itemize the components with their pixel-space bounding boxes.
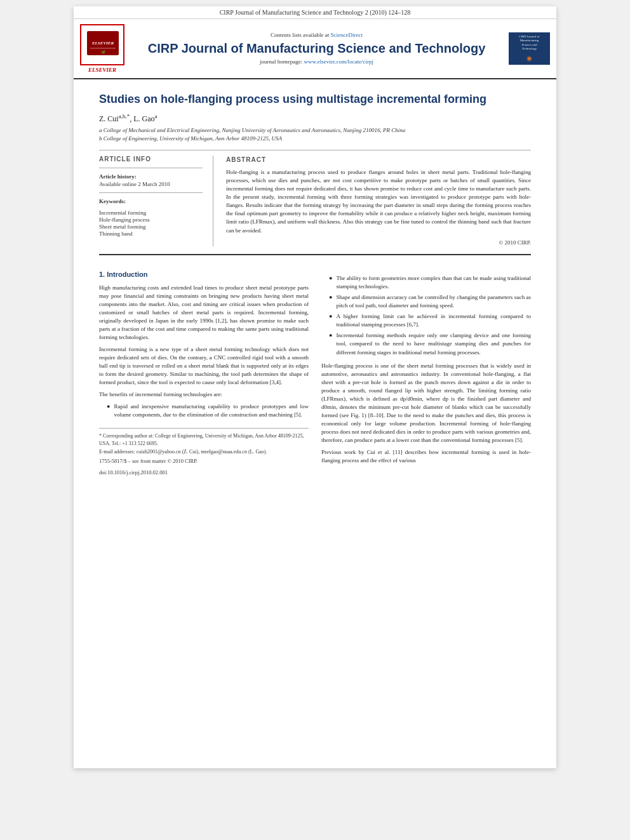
- intro-para-2: Incremental forming is a new type of a s…: [99, 345, 309, 387]
- bullet-item-5: ● Incremental forming methods require on…: [329, 331, 531, 356]
- bullet-text-3: Shape and dimension accuracy can be cont…: [336, 293, 531, 310]
- intro-para-1: High manufacturing costs and extended le…: [99, 284, 309, 342]
- right-para-2: Previous work by Cui et al. [11] describ…: [321, 448, 531, 465]
- bullet-text-4: A higher forming limit can be achieved i…: [336, 312, 531, 329]
- article-title: Studies on hole-flanging process using m…: [99, 92, 531, 107]
- affiliations: a College of Mechanical and Electrical E…: [99, 126, 531, 142]
- bullet-item-1: ● Rapid and inexpensive manufacturing ca…: [107, 403, 309, 419]
- bullet-dot-5: ●: [329, 331, 332, 356]
- divider-keywords: [99, 192, 203, 193]
- article-info-block: ARTICLE INFO Article history: Available …: [99, 156, 213, 246]
- elsevier-brand-text: ELSEVIER: [80, 67, 124, 73]
- journal-citation: CIRP Journal of Manufacturing Science an…: [220, 9, 411, 16]
- abstract-label: ABSTRACT: [226, 156, 531, 164]
- bullet-dot-3: ●: [329, 293, 332, 310]
- author2-name: , L. Gao: [130, 114, 154, 123]
- keywords-list: Incremental forming Hole-flanging proces…: [99, 210, 203, 237]
- affiliation-a: a College of Mechanical and Electrical E…: [99, 126, 531, 135]
- bullet-item-4: ● A higher forming limit can be achieved…: [329, 312, 531, 329]
- bullet-dot-4: ●: [329, 312, 332, 329]
- footnote-section: * Corresponding author at: College of En…: [99, 428, 309, 476]
- article-body: Studies on hole-flanging process using m…: [74, 79, 556, 490]
- svg-text:ELSEVIER: ELSEVIER: [91, 41, 114, 46]
- benefits-intro: The benefits of incremental forming tech…: [99, 390, 309, 399]
- benefits-list-right: ● The ability to form geometries more co…: [329, 274, 531, 356]
- info-abstract-section: ARTICLE INFO Article history: Available …: [99, 156, 531, 246]
- journal-url-line: journal homepage: www.elsevier.com/locat…: [131, 58, 502, 65]
- divider-1: [99, 150, 531, 150]
- bullet-text-2: The ability to form geometries more comp…: [336, 274, 531, 291]
- journal-header: ELSEVIER 🌿 ELSEVIER Contents lists avail…: [74, 19, 556, 79]
- bullet-text-5: Incremental forming methods require only…: [336, 331, 531, 356]
- divider-info: [99, 168, 203, 168]
- bullet-item-3: ● Shape and dimension accuracy can be co…: [329, 293, 531, 310]
- abstract-block: ABSTRACT Hole-flanging is a manufacturin…: [226, 156, 531, 246]
- journal-citation-bar: CIRP Journal of Manufacturing Science an…: [74, 6, 556, 19]
- authors-line: Z. Cuia,b,*, L. Gaoa: [99, 113, 531, 124]
- keyword-4: Thinning band: [99, 230, 203, 237]
- elsevier-tree-icon: ELSEVIER 🌿: [84, 28, 122, 60]
- bullet-text-1: Rapid and inexpensive manufacturing capa…: [114, 403, 309, 419]
- bullet-dot-2: ●: [329, 274, 332, 291]
- affiliation-b: b College of Engineering, University of …: [99, 135, 531, 143]
- divider-thick: [99, 254, 531, 255]
- author1-sup: a,b,*: [119, 113, 130, 119]
- abstract-text: Hole-flanging is a manufacturing process…: [226, 168, 531, 234]
- journal-url-link[interactable]: www.elsevier.com/locate/cirpj: [304, 58, 373, 65]
- sciencedirect-link[interactable]: ScienceDirect: [331, 32, 363, 38]
- journal-title-block: Contents lists available at ScienceDirec…: [124, 32, 509, 65]
- keyword-1: Incremental forming: [99, 210, 203, 216]
- elsevier-logo: ELSEVIER 🌿 ELSEVIER: [80, 24, 124, 73]
- keyword-3: Sheet metal forming: [99, 223, 203, 230]
- available-online: Available online 2 March 2010: [99, 181, 203, 187]
- doi-line: doi:10.1016/j.cirpj.2010.02.001: [99, 469, 309, 477]
- benefits-list-left: ● Rapid and inexpensive manufacturing ca…: [107, 403, 309, 419]
- journal-logo-icon: ◉: [511, 54, 547, 62]
- article-history-label: Article history:: [99, 173, 203, 180]
- keyword-2: Hole-flanging process: [99, 217, 203, 223]
- journal-name: CIRP Journal of Manufacturing Science an…: [131, 41, 502, 56]
- elsevier-logo-box: ELSEVIER 🌿: [80, 24, 124, 65]
- author1-name: Z. Cui: [99, 114, 119, 123]
- footnote-email: E-mail addresses: cuizh2001@yahoo.cn (Z.…: [99, 448, 309, 455]
- copyright-line: © 2010 CIRP.: [226, 239, 531, 247]
- right-column: ● The ability to form geometries more co…: [321, 263, 531, 477]
- contents-available-line: Contents lists available at ScienceDirec…: [131, 32, 502, 38]
- bullet-dot-1: ●: [107, 403, 110, 419]
- footnote-corresponding: * Corresponding author at: College of En…: [99, 432, 309, 446]
- article-info-label: ARTICLE INFO: [99, 156, 203, 163]
- page: CIRP Journal of Manufacturing Science an…: [74, 6, 556, 768]
- journal-thumbnail: CIRP Journal of Manufacturing Science an…: [509, 32, 550, 65]
- right-para-1: Hole-flanging process is one of the shee…: [321, 362, 531, 444]
- section1-heading: 1. Introduction: [99, 269, 309, 280]
- left-column: 1. Introduction High manufacturing costs…: [99, 263, 309, 477]
- author2-sup: a: [155, 113, 158, 119]
- bullet-item-2: ● The ability to form geometries more co…: [329, 274, 531, 291]
- main-content: 1. Introduction High manufacturing costs…: [99, 263, 531, 477]
- issn-line: 1755-5817/$ – see front matter © 2010 CI…: [99, 458, 309, 465]
- keywords-label: Keywords:: [99, 198, 203, 204]
